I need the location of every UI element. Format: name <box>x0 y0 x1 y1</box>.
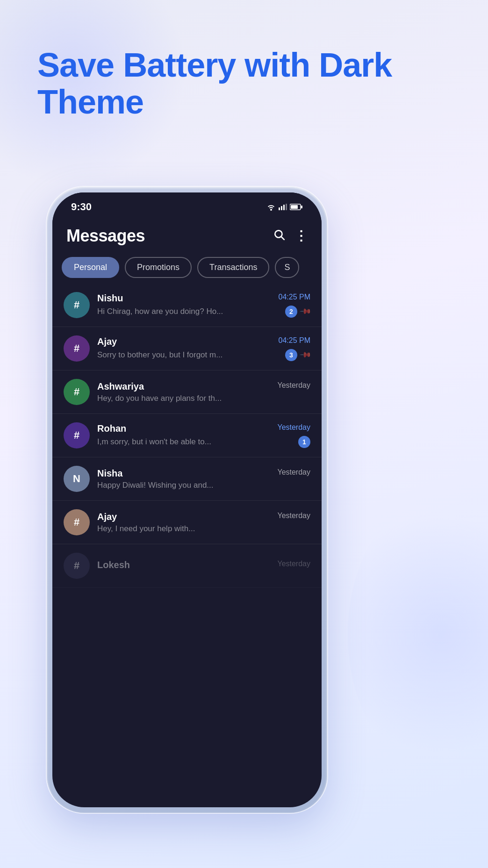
message-row-top: Rohan Yesterday <box>97 423 310 434</box>
message-item[interactable]: # Ajay 04:25 PM Sorry to bother you, but… <box>52 327 322 370</box>
message-item[interactable]: # Ajay Yesterday Hey, I need your help w… <box>52 501 322 544</box>
message-item[interactable]: # Lokesh Yesterday <box>52 544 322 588</box>
message-preview: Sorry to bother you, but I forgot m... <box>97 350 222 360</box>
message-row-top: Ajay 04:25 PM <box>97 336 310 347</box>
contact-name: Nishu <box>97 293 123 304</box>
pin-icon: 📌 <box>299 349 312 362</box>
message-row-top: Lokesh Yesterday <box>97 560 310 570</box>
tab-promotions[interactable]: Promotions <box>125 257 192 278</box>
tab-personal[interactable]: Personal <box>62 257 119 278</box>
more-options-button[interactable]: ⋮ <box>294 229 308 242</box>
svg-rect-5 <box>291 205 298 209</box>
message-time: Yesterday <box>277 560 310 568</box>
message-content: Nishu 04:25 PM Hi Chirag, how are you do… <box>97 293 310 318</box>
phone-mockup: 9:30 <box>47 187 327 832</box>
message-time: Yesterday <box>277 423 310 432</box>
unread-badge: 2 <box>285 306 297 318</box>
avatar: # <box>64 553 90 579</box>
avatar: # <box>64 379 90 405</box>
message-list: # Nishu 04:25 PM Hi Chirag, how are you … <box>52 284 322 588</box>
message-preview: Happy Diwali! Wishing you and... <box>97 481 214 490</box>
message-content: Rohan Yesterday I,m sorry, but i won't b… <box>97 423 310 448</box>
message-content: Ajay Yesterday Hey, I need your help wit… <box>97 512 310 534</box>
status-icons <box>266 203 303 211</box>
avatar: # <box>64 292 90 318</box>
svg-line-8 <box>281 237 284 240</box>
app-title: Messages <box>66 226 145 246</box>
svg-rect-2 <box>283 205 285 210</box>
signal-icon <box>279 204 287 210</box>
unread-badge: 3 <box>285 349 297 361</box>
message-item[interactable]: # Ashwariya Yesterday Hey, do you have a… <box>52 370 322 414</box>
message-preview: Hey, I need your help with... <box>97 524 195 534</box>
app-header: Messages ⋮ <box>52 217 322 253</box>
hero-section: Save Battery with Dark Theme <box>37 47 488 121</box>
contact-name: Ajay <box>97 336 117 347</box>
message-item[interactable]: # Rohan Yesterday I,m sorry, but i won't… <box>52 414 322 457</box>
contact-name: Rohan <box>97 423 126 434</box>
tabs-container: Personal Promotions Transactions S <box>52 253 322 284</box>
message-content: Ajay 04:25 PM Sorry to bother you, but I… <box>97 336 310 361</box>
message-row-top: Nisha Yesterday <box>97 468 310 479</box>
contact-name: Lokesh <box>97 560 130 570</box>
svg-rect-3 <box>286 204 287 210</box>
pin-icon: 📌 <box>299 305 312 318</box>
badge-row: 3 📌 <box>285 349 310 361</box>
phone-outer-shell: 9:30 <box>47 187 327 813</box>
contact-name: Ashwariya <box>97 381 144 392</box>
tab-transactions[interactable]: Transactions <box>197 257 269 278</box>
message-row-bottom: Hi Chirag, how are you doing? Ho... 2 📌 <box>97 306 310 318</box>
message-item[interactable]: N Nisha Yesterday Happy Diwali! Wishing … <box>52 457 322 501</box>
search-icon <box>273 228 285 241</box>
avatar: N <box>64 466 90 492</box>
avatar: # <box>64 422 90 448</box>
phone-screen: 9:30 <box>52 192 322 807</box>
message-time: Yesterday <box>277 381 310 390</box>
message-content: Lokesh Yesterday <box>97 560 310 572</box>
search-button[interactable] <box>273 228 285 243</box>
message-row-bottom: Happy Diwali! Wishing you and... <box>97 481 310 490</box>
message-preview: Hi Chirag, how are you doing? Ho... <box>97 307 223 316</box>
contact-name: Nisha <box>97 468 122 479</box>
message-row-top: Ashwariya Yesterday <box>97 381 310 392</box>
message-row-bottom: Hey, I need your help with... <box>97 524 310 534</box>
message-time: 04:25 PM <box>279 336 310 345</box>
message-preview: Hey, do you have any plans for th... <box>97 394 222 403</box>
message-row-bottom: Hey, do you have any plans for th... <box>97 394 310 403</box>
message-content: Nisha Yesterday Happy Diwali! Wishing yo… <box>97 468 310 490</box>
svg-rect-0 <box>279 207 280 210</box>
bg-decoration-2 <box>348 494 488 775</box>
contact-name: Ajay <box>97 512 117 522</box>
message-time: Yesterday <box>277 468 310 477</box>
avatar: # <box>64 509 90 535</box>
badge-row: 2 📌 <box>285 306 310 318</box>
message-row-top: Nishu 04:25 PM <box>97 293 310 304</box>
svg-rect-1 <box>281 206 282 210</box>
message-row-top: Ajay Yesterday <box>97 512 310 522</box>
header-actions: ⋮ <box>273 228 308 243</box>
message-content: Ashwariya Yesterday Hey, do you have any… <box>97 381 310 403</box>
svg-rect-6 <box>301 206 302 208</box>
message-row-bottom: Sorry to bother you, but I forgot m... 3… <box>97 349 310 361</box>
tab-s[interactable]: S <box>275 257 299 278</box>
battery-icon <box>290 204 303 210</box>
message-time: 04:25 PM <box>279 293 310 301</box>
message-time: Yesterday <box>277 512 310 520</box>
wifi-icon <box>266 203 276 211</box>
status-time: 9:30 <box>71 201 92 213</box>
unread-badge: 1 <box>298 436 310 448</box>
message-preview: I,m sorry, but i won't be able to... <box>97 437 211 447</box>
badge-row: 1 <box>298 436 310 448</box>
message-item[interactable]: # Nishu 04:25 PM Hi Chirag, how are you … <box>52 284 322 327</box>
hero-title: Save Battery with Dark Theme <box>37 47 488 121</box>
avatar: # <box>64 335 90 362</box>
status-bar: 9:30 <box>52 192 322 217</box>
message-row-bottom: I,m sorry, but i won't be able to... 1 <box>97 436 310 448</box>
